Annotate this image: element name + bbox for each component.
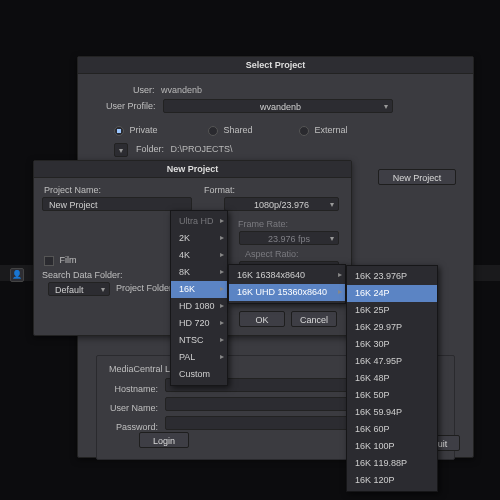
framerate-dropdown[interactable]: 23.976 fps xyxy=(239,231,339,245)
format-dropdown[interactable]: 1080p/23.976 xyxy=(224,197,339,211)
film-label: Film xyxy=(60,255,77,265)
menu-item[interactable]: 16K 23.976P xyxy=(347,268,437,285)
password-label: Password: xyxy=(103,422,158,432)
menu-item[interactable]: PAL▸ xyxy=(171,349,227,366)
user-profile-dropdown[interactable]: wvandenb xyxy=(163,99,393,113)
menu-item[interactable]: HD 1080▸ xyxy=(171,298,227,315)
format-family-menu: Ultra HD▸2K▸4K▸8K▸16K▸HD 1080▸HD 720▸NTS… xyxy=(170,210,228,386)
menu-item[interactable]: 16K 50P xyxy=(347,387,437,404)
menu-item[interactable]: 16K 30P xyxy=(347,336,437,353)
menu-item[interactable]: Ultra HD▸ xyxy=(171,213,227,230)
menu-item[interactable]: 2K▸ xyxy=(171,230,227,247)
menu-item[interactable]: 16K 59.94P xyxy=(347,404,437,421)
submenu-arrow-icon: ▸ xyxy=(220,214,224,227)
strip-user-icon[interactable]: 👤 xyxy=(10,268,24,282)
shared-label: Shared xyxy=(224,125,253,135)
password-input[interactable] xyxy=(165,416,365,430)
private-label: Private xyxy=(130,125,158,135)
menu-item[interactable]: 16K 24P xyxy=(347,285,437,302)
menu-item[interactable]: 16K 25P xyxy=(347,302,437,319)
folder-browse-dropdown[interactable] xyxy=(114,143,128,157)
menu-item[interactable]: HD 720▸ xyxy=(171,315,227,332)
submenu-arrow-icon: ▸ xyxy=(220,333,224,346)
folder-path: D:\PROJECTS\ xyxy=(171,144,233,154)
external-label: External xyxy=(315,125,348,135)
menu-item[interactable]: 16K 16384x8640▸ xyxy=(229,267,345,284)
format-rate-menu: 16K 23.976P16K 24P16K 25P16K 29.97P16K 3… xyxy=(346,265,438,492)
search-folder-label: Search Data Folder: xyxy=(42,270,123,280)
radio-shared[interactable] xyxy=(208,126,218,136)
new-project-button[interactable]: New Project xyxy=(378,169,456,185)
submenu-arrow-icon: ▸ xyxy=(220,248,224,261)
user-name: wvandenb xyxy=(161,85,202,95)
project-name-label: Project Name: xyxy=(44,185,101,195)
username-label: User Name: xyxy=(103,403,158,413)
menu-item[interactable]: 16K 120P xyxy=(347,472,437,489)
profile-value: wvandenb xyxy=(170,102,301,112)
menu-item[interactable]: 16K 47.95P xyxy=(347,353,437,370)
submenu-arrow-icon: ▸ xyxy=(220,299,224,312)
framerate-label: Frame Rate: xyxy=(238,219,288,229)
menu-item[interactable]: 8K▸ xyxy=(171,264,227,281)
submenu-arrow-icon: ▸ xyxy=(220,265,224,278)
radio-private[interactable] xyxy=(114,126,124,136)
newproj-ok-button[interactable]: OK xyxy=(239,311,285,327)
menu-item[interactable]: 16K UHD 15360x8640▸ xyxy=(229,284,345,301)
submenu-arrow-icon: ▸ xyxy=(338,268,342,281)
menu-item[interactable]: 16K 100P xyxy=(347,438,437,455)
menu-item[interactable]: 16K 119.88P xyxy=(347,455,437,472)
new-project-title: New Project xyxy=(34,161,351,178)
radio-external[interactable] xyxy=(299,126,309,136)
username-input[interactable] xyxy=(165,397,365,411)
search-folder-sub: Project Folder xyxy=(116,283,172,293)
submenu-arrow-icon: ▸ xyxy=(220,350,224,363)
menu-item[interactable]: NTSC▸ xyxy=(171,332,227,349)
format-label: Format: xyxy=(204,185,235,195)
project-name-input[interactable]: New Project xyxy=(42,197,192,211)
menu-item[interactable]: Custom xyxy=(171,366,227,383)
menu-item[interactable]: 16K▸ xyxy=(171,281,227,298)
menu-item[interactable]: 16K 29.97P xyxy=(347,319,437,336)
folder-label: Folder: xyxy=(136,144,164,154)
select-project-title: Select Project xyxy=(78,57,473,74)
login-button[interactable]: Login xyxy=(139,432,189,448)
submenu-arrow-icon: ▸ xyxy=(338,285,342,298)
menu-item[interactable]: 16K 60P xyxy=(347,421,437,438)
submenu-arrow-icon: ▸ xyxy=(220,282,224,295)
profile-label: User Profile: xyxy=(106,101,156,111)
menu-item[interactable]: 16K 48P xyxy=(347,370,437,387)
newproj-cancel-button[interactable]: Cancel xyxy=(291,311,337,327)
submenu-arrow-icon: ▸ xyxy=(220,231,224,244)
hostname-label: Hostname: xyxy=(103,384,158,394)
submenu-arrow-icon: ▸ xyxy=(220,316,224,329)
menu-item[interactable]: 4K▸ xyxy=(171,247,227,264)
film-checkbox[interactable] xyxy=(44,256,54,266)
search-folder-dropdown[interactable]: Default xyxy=(48,282,110,296)
user-label: User: xyxy=(133,85,155,95)
aspect-label: Aspect Ratio: xyxy=(245,249,299,259)
format-resolution-menu: 16K 16384x8640▸16K UHD 15360x8640▸ xyxy=(228,264,346,304)
